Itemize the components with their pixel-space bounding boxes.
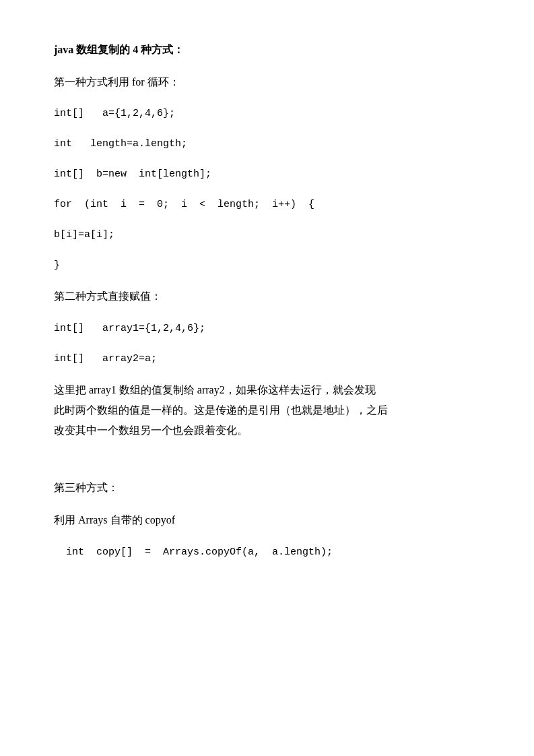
spacer-1 (54, 453, 480, 478)
desc-part3: 改变其中一个数组另一个也会跟着变化。 (54, 424, 248, 436)
method3-heading: 第三种方式： (54, 478, 480, 498)
code-line-6: } (54, 256, 480, 274)
desc-part2: 此时两个数组的值是一样的。这是传递的是引用（也就是地址），之后 (54, 404, 388, 416)
code-line-1: int[] a={1,2,4,6}; (54, 104, 480, 123)
code-line-2: int length=a.length; (54, 135, 480, 153)
code-line-7: int[] array1={1,2,4,6}; (54, 319, 480, 338)
code-line-9: int copy[] = Arrays.copyOf(a, a.length); (54, 543, 480, 561)
description-text: 这里把 array1 数组的值复制给 array2，如果你这样去运行，就会发现 … (54, 380, 480, 441)
code-line-4: for (int i = 0; i < length; i++) { (54, 195, 480, 214)
title-section: java 数组复制的 4 种方式： (54, 40, 480, 60)
method2-label: 第二种方式直接赋值： (54, 290, 162, 302)
code-line-5: b[i]=a[i]; (54, 226, 480, 244)
page-title: java 数组复制的 4 种方式： (54, 44, 184, 55)
page-content: java 数组复制的 4 种方式： 第一种方式利用 for 循环： int[] … (54, 40, 480, 561)
code-line-3: int[] b=new int[length]; (54, 165, 480, 183)
code-line-8: int[] array2=a; (54, 350, 480, 368)
method3-label: 第三种方式： (54, 482, 119, 493)
method3-subheading: 利用 Arrays 自带的 copyof (54, 510, 480, 530)
description-block: 这里把 array1 数组的值复制给 array2，如果你这样去运行，就会发现 … (54, 380, 480, 441)
method1-heading: 第一种方式利用 for 循环： (54, 72, 480, 92)
method1-label: 第一种方式利用 for 循环： (54, 76, 180, 88)
desc-part1: 这里把 array1 数组的值复制给 array2，如果你这样去运行，就会发现 (54, 384, 376, 396)
method3-sub-label: 利用 Arrays 自带的 copyof (54, 514, 175, 526)
method2-heading: 第二种方式直接赋值： (54, 286, 480, 307)
